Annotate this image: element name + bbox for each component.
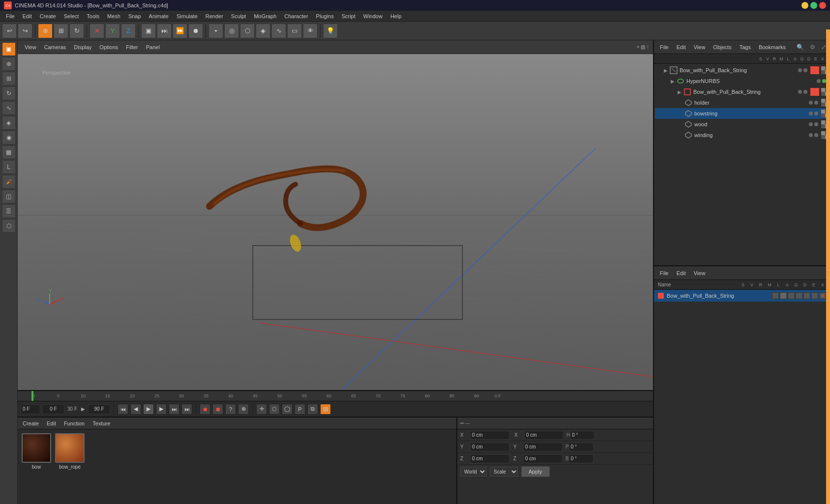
start-frame-input[interactable] (42, 404, 64, 414)
scale-tool-button[interactable]: ⊞ (54, 24, 68, 38)
z-size-input[interactable] (523, 454, 563, 463)
array-button[interactable]: ⬡ (240, 24, 255, 38)
search-icon[interactable]: 🔍 (797, 44, 804, 51)
coord-system-select[interactable]: World Local (460, 467, 487, 476)
measure-tool[interactable]: L (2, 160, 16, 174)
play-button[interactable]: ▶ (143, 404, 154, 415)
prev-frame-button[interactable]: ◀ (130, 404, 141, 415)
light-button[interactable]: 👁 (303, 24, 318, 38)
y-pos-input[interactable] (470, 443, 509, 451)
menu-render[interactable]: Render (202, 12, 227, 20)
motion-button[interactable]: ⊕ (238, 404, 249, 415)
sculpt-tool[interactable]: ◫ (2, 190, 16, 203)
spline-tool[interactable]: ∿ (2, 101, 16, 115)
next-frame-button[interactable]: ▶ (156, 404, 167, 415)
menu-mesh[interactable]: Mesh (103, 12, 124, 20)
selection-key[interactable]: ◯ (282, 404, 293, 415)
light-icon-button[interactable]: 💡 (323, 24, 338, 38)
select-z-button[interactable]: Z (121, 24, 136, 38)
key-button[interactable]: ⬡ (269, 404, 280, 415)
menu-plugins[interactable]: Plugins (312, 12, 338, 20)
nurbs-button[interactable]: ◎ (224, 24, 239, 38)
settings-icon[interactable]: ⚙ (810, 44, 815, 51)
attr-icon-3[interactable] (788, 292, 795, 299)
layer-tool[interactable]: ☰ (2, 204, 16, 218)
tree-item-winding[interactable]: winding (655, 130, 829, 140)
p-input[interactable] (569, 443, 593, 451)
go-end-button[interactable]: ⏭ (169, 404, 179, 415)
viewport-menu-options[interactable]: Options (96, 43, 121, 51)
rotate-tool-button[interactable]: ↻ (69, 24, 84, 38)
obj-menu-bookmarks[interactable]: Bookmarks (757, 43, 788, 51)
material-bow[interactable]: bow (22, 433, 51, 470)
viewport[interactable]: View Cameras Display Options Filter Pane… (18, 40, 653, 390)
render-region-button[interactable]: ▣ (141, 24, 156, 38)
workplane-tool[interactable]: ▦ (2, 145, 16, 159)
menu-file[interactable]: File (2, 12, 19, 20)
viewport-expand[interactable]: + ▧ ↑ (637, 44, 649, 50)
tree-item-hypernurbs[interactable]: ▶ HyperNURBS (655, 76, 829, 86)
timeline-button[interactable]: ⏭ (157, 24, 172, 38)
apply-button[interactable]: Apply (521, 466, 550, 477)
menu-help[interactable]: Help (386, 12, 406, 20)
current-frame-input[interactable]: 0 F (21, 404, 40, 414)
attr-menu-view[interactable]: View (692, 269, 708, 277)
menu-snap[interactable]: Snap (124, 12, 145, 20)
timeline-ruler[interactable]: 0 5 10 15 20 25 30 35 40 45 50 55 60 65 … (18, 391, 653, 401)
snap-tool[interactable]: ◉ (2, 131, 16, 144)
tree-item-holder[interactable]: holder (655, 97, 829, 108)
move-key-button[interactable]: ✛ (256, 404, 267, 415)
viewport-menu-filter[interactable]: Filter (123, 43, 141, 51)
y-size-input[interactable] (523, 443, 563, 451)
loop-button[interactable]: ⏭ (181, 404, 192, 415)
go-start-button[interactable]: ⏮ (118, 404, 128, 415)
right-scrollbar[interactable] (826, 29, 830, 504)
stop-button[interactable]: ⏹ (212, 404, 223, 415)
cube-button[interactable]: ▪ (208, 24, 223, 38)
mat-menu-edit[interactable]: Edit (45, 420, 58, 427)
arrow-root[interactable]: ▶ (664, 68, 670, 73)
x-size-input[interactable] (524, 431, 563, 440)
attr-icon-2[interactable] (780, 292, 787, 299)
menu-tools[interactable]: Tools (83, 12, 103, 20)
attr-menu-edit[interactable]: Edit (675, 269, 688, 277)
loop-key[interactable]: P (295, 404, 305, 415)
undo-button[interactable]: ↩ (2, 24, 17, 38)
menu-script[interactable]: Script (338, 12, 359, 20)
rotate-tool[interactable]: ↻ (2, 86, 16, 100)
close-button[interactable] (819, 2, 826, 9)
material-bow-rope[interactable]: bow_rope (55, 433, 85, 470)
object-tool[interactable]: ⬡ (2, 219, 16, 233)
select-all-button[interactable]: ✕ (89, 24, 104, 38)
viewport-menu-cameras[interactable]: Cameras (41, 43, 69, 51)
z-pos-input[interactable] (470, 454, 509, 463)
attr-icon-6[interactable] (811, 292, 818, 299)
camera-button[interactable]: ▭ (287, 24, 302, 38)
preview-button[interactable]: ⧉ (307, 404, 318, 415)
menu-simulate[interactable]: Simulate (173, 12, 202, 20)
record-button[interactable]: ⏺ (200, 404, 210, 415)
scale-tool[interactable]: ⊞ (2, 72, 16, 85)
tree-item-bow-group[interactable]: ▶ Bow_with_Pull_Back_String (655, 86, 829, 97)
viewport-menu-panel[interactable]: Panel (143, 43, 163, 51)
x-pos-input[interactable] (470, 431, 509, 440)
move-tool[interactable]: ⊕ (2, 57, 16, 71)
expand-icon[interactable]: ⤢ (821, 44, 826, 51)
attr-icon-4[interactable] (796, 292, 802, 299)
arrow-bow-group[interactable]: ▶ (678, 89, 683, 95)
h-input[interactable] (570, 431, 594, 440)
tree-item-wood[interactable]: wood (655, 119, 829, 130)
obj-menu-edit[interactable]: Edit (675, 43, 688, 51)
menu-edit[interactable]: Edit (19, 12, 36, 20)
deform-button[interactable]: ◈ (256, 24, 270, 38)
b-input[interactable] (569, 454, 593, 463)
menu-select[interactable]: Select (60, 12, 83, 20)
move-tool-button[interactable]: ⊕ (38, 24, 53, 38)
obj-menu-objects[interactable]: Objects (711, 43, 733, 51)
viewport-menu-display[interactable]: Display (71, 43, 94, 51)
menu-sculpt[interactable]: Sculpt (227, 12, 250, 20)
attr-menu-file[interactable]: File (658, 269, 671, 277)
keyframe-button[interactable]: ⏩ (173, 24, 187, 38)
attr-current-item[interactable]: Bow_with_Pull_Back_String ✕ (654, 290, 830, 302)
tree-item-bowstring[interactable]: bowstring (655, 108, 829, 119)
